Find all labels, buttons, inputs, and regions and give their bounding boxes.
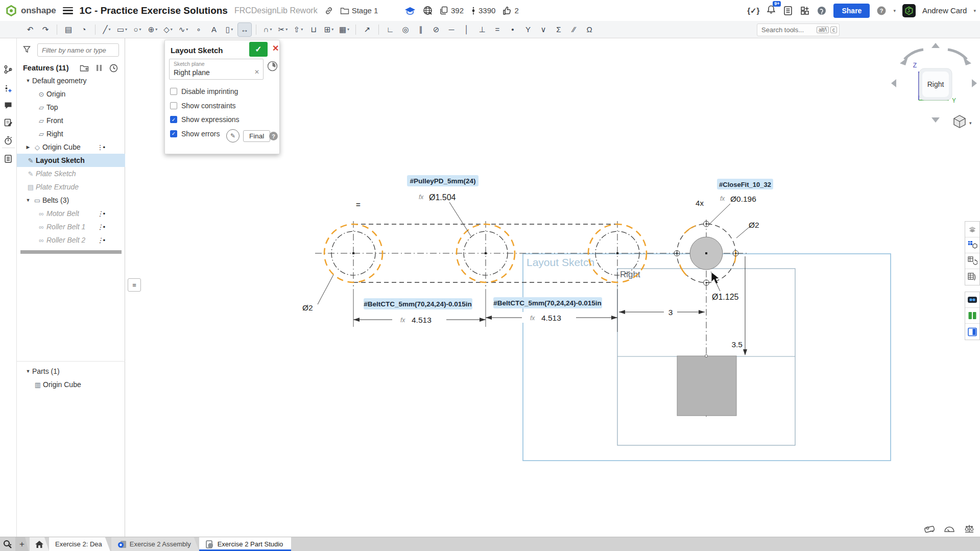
- copies-stat[interactable]: 392: [440, 6, 464, 15]
- point-tool-icon[interactable]: ∘: [192, 23, 205, 36]
- block-region[interactable]: [677, 356, 736, 416]
- tool-caret-icon[interactable]: ▾: [125, 27, 127, 32]
- tool-caret-icon[interactable]: ▾: [347, 27, 349, 32]
- tasks-icon[interactable]: [783, 6, 793, 16]
- feature-row-default-geometry[interactable]: ▼Default geometry: [17, 74, 125, 87]
- dimension-tool-icon[interactable]: ↔: [238, 23, 251, 36]
- final-button[interactable]: Final: [243, 130, 270, 142]
- use-tool-icon[interactable]: ⇧▾: [292, 23, 305, 36]
- mass-properties-icon[interactable]: [963, 523, 975, 535]
- rotate-left-arrow[interactable]: [891, 79, 896, 87]
- feature-filter-input[interactable]: [37, 43, 119, 57]
- onshape-logo[interactable]: onshape: [5, 5, 56, 17]
- comments-icon[interactable]: [4, 101, 14, 111]
- rotate-down-arrow[interactable]: [931, 117, 940, 123]
- feature-list-scrollbar[interactable]: [20, 250, 122, 254]
- pulley-expression[interactable]: #PulleyPD_5mm(24) fx Ø1.504: [407, 175, 479, 202]
- config-table-panel-icon[interactable]: [965, 253, 979, 269]
- main-menu-icon[interactable]: [63, 7, 73, 14]
- learning-icon[interactable]: [404, 6, 416, 15]
- rotate-up-arrow[interactable]: [931, 43, 940, 48]
- option-show-expressions[interactable]: ✓Show expressions: [170, 115, 240, 124]
- feature-row-belts-3-[interactable]: ▼▭Belts (3): [17, 194, 125, 207]
- horizontal-constraint-icon[interactable]: ─: [445, 23, 458, 36]
- dialog-accept-button[interactable]: ✓: [249, 42, 268, 57]
- suppress-rollback-icon[interactable]: [96, 64, 102, 71]
- new-tab-button[interactable]: +: [15, 537, 29, 551]
- checkbox-checked-icon[interactable]: ✓: [170, 116, 177, 123]
- feature-state-icon[interactable]: [267, 61, 278, 74]
- tool-caret-icon[interactable]: ▾: [155, 27, 157, 32]
- polygon-tool-icon[interactable]: ◇▾: [161, 23, 175, 36]
- dimension-belt2[interactable]: fx 4.513: [486, 312, 617, 323]
- configuration-panel-icon[interactable]: [965, 237, 979, 253]
- measure-length-icon[interactable]: [923, 523, 936, 535]
- view-cube[interactable]: Z Y Right ▾: [891, 43, 977, 128]
- chevron-down-icon[interactable]: ▼: [24, 198, 32, 203]
- parts-header-row[interactable]: ▼ Parts (1): [17, 365, 125, 378]
- assistant-icon[interactable]: [817, 6, 827, 16]
- dimension-height[interactable]: 3.5: [731, 256, 747, 355]
- parallel-constraint-icon[interactable]: ∥: [414, 23, 427, 36]
- feature-row-top[interactable]: ▱Top: [17, 101, 125, 114]
- option-disable-imprinting[interactable]: Disable imprinting: [170, 87, 238, 95]
- avatar[interactable]: [902, 4, 916, 17]
- featurescript-icon[interactable]: {✓}: [747, 6, 759, 15]
- slot-tool-icon[interactable]: ▯▾: [223, 23, 236, 36]
- belt1-expression[interactable]: #BeltCTC_5mm(70,24,24)-0.015in: [364, 298, 472, 309]
- pierce-constraint-icon[interactable]: Σ: [552, 23, 565, 36]
- new-folder-icon[interactable]: [80, 64, 89, 72]
- midpoint-constraint-icon[interactable]: •: [506, 23, 519, 36]
- feature-row-motor-belt[interactable]: ∞Motor Belt⋮•: [17, 207, 125, 220]
- tool-caret-icon[interactable]: ▾: [331, 27, 333, 32]
- vertical-constraint-icon[interactable]: │: [460, 23, 473, 36]
- option-show-errors[interactable]: ✓Show errors: [170, 130, 220, 138]
- feature-row-plate-extrude[interactable]: ▤Plate Extrude: [17, 180, 125, 194]
- feature-row-origin-cube[interactable]: ▶◇Origin Cube⋮•: [17, 140, 125, 154]
- concentric-constraint-icon[interactable]: ◎: [399, 23, 412, 36]
- likes-stat[interactable]: 2: [503, 6, 518, 15]
- od-right-label[interactable]: Ø2: [749, 221, 759, 229]
- checkbox-unchecked-icon[interactable]: [170, 88, 177, 95]
- performance-icon[interactable]: [4, 136, 14, 146]
- coincident-constraint-icon[interactable]: ∟: [384, 23, 397, 36]
- notes-icon[interactable]: [4, 118, 14, 128]
- equal-constraint-icon[interactable]: =: [491, 23, 504, 36]
- feature-row-roller-belt-1[interactable]: ∞Roller Belt 1⋮•: [17, 220, 125, 233]
- imprint-icon[interactable]: ◔: [77, 23, 90, 36]
- fix-constraint-icon[interactable]: ∕∕: [567, 23, 581, 36]
- help-caret-icon[interactable]: ▾: [893, 8, 896, 13]
- feature-row-origin[interactable]: ⊙Origin: [17, 87, 125, 101]
- tool-caret-icon[interactable]: ▾: [270, 27, 272, 32]
- tool-caret-icon[interactable]: ▾: [171, 27, 173, 32]
- library-green-panel-icon[interactable]: [965, 308, 979, 324]
- history-icon[interactable]: [4, 65, 14, 75]
- feature-row-right[interactable]: ▱Right: [17, 127, 125, 140]
- rectangle-tool-icon[interactable]: ▭▾: [115, 23, 129, 36]
- feature-row-layout-sketch[interactable]: ✎Layout Sketch: [17, 154, 125, 167]
- silhouette-icon[interactable]: Ω: [583, 23, 596, 36]
- bore-dia-label[interactable]: Ø1.125: [712, 293, 739, 301]
- help-icon[interactable]: ?: [876, 6, 887, 16]
- sketch-list-toggle[interactable]: ≡: [128, 278, 141, 292]
- undo-icon[interactable]: ↶: [23, 23, 37, 36]
- viewcube-face-label[interactable]: Right: [927, 80, 944, 88]
- sheet-icon[interactable]: ▤: [62, 23, 75, 36]
- sketch-plane-field[interactable]: Sketch plane Right plane ✕: [169, 59, 264, 80]
- mate-connector-dots-icon[interactable]: ⋮•: [97, 143, 105, 151]
- sketch-canvas[interactable]: Layout Sketch Right: [0, 0, 980, 551]
- tool-caret-icon[interactable]: ▾: [301, 27, 303, 32]
- user-name[interactable]: Andrew Card: [922, 6, 967, 15]
- measure-angle-icon[interactable]: [943, 523, 955, 535]
- trim-tool-icon[interactable]: ✂▾: [276, 23, 290, 36]
- tab-search-icon[interactable]: [0, 537, 15, 551]
- dimension-belt1[interactable]: fx 4.513: [353, 314, 486, 325]
- cutlist-icon[interactable]: [4, 154, 14, 164]
- checkbox-checked-icon[interactable]: ✓: [170, 130, 177, 137]
- text-tool-icon[interactable]: A: [207, 23, 221, 36]
- view-options-icon[interactable]: ▾: [954, 115, 972, 128]
- insert-icon[interactable]: [4, 84, 14, 94]
- tangent-constraint-icon[interactable]: ⊘: [429, 23, 443, 36]
- folder-location[interactable]: Stage 1: [340, 6, 378, 15]
- tab-exercise2-part-studio[interactable]: Exercise 2 Part Studio: [199, 537, 292, 551]
